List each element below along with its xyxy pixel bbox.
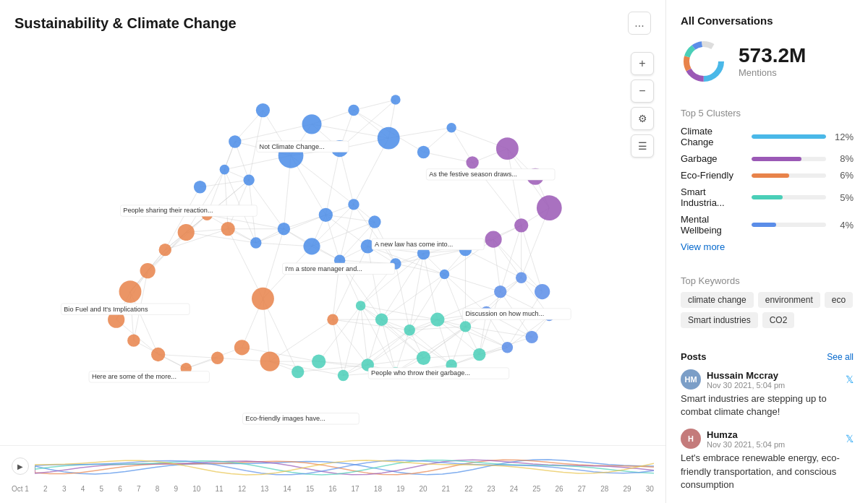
timeline-label: 8	[156, 485, 160, 493]
svg-point-273	[356, 301, 366, 311]
timeline-label: 23	[488, 485, 495, 493]
cluster-row: Eco-Friendly 6%	[681, 170, 854, 181]
timeline-label: 22	[464, 485, 472, 493]
avatar: HM	[681, 369, 701, 390]
cluster-row: Garbage 8%	[681, 153, 854, 164]
timeline-label: 9	[174, 485, 178, 493]
post-text: Smart industries are stepping up to comb…	[681, 392, 854, 418]
timeline-label: 26	[555, 485, 563, 493]
svg-point-243	[250, 237, 261, 248]
header: Sustainability & Climate Change ...	[0, 0, 665, 40]
svg-point-220	[302, 114, 322, 134]
svg-point-281	[194, 181, 206, 193]
svg-point-275	[404, 324, 414, 335]
svg-point-271	[252, 288, 274, 310]
svg-line-7	[312, 124, 388, 138]
svg-line-60	[382, 274, 445, 319]
svg-line-181	[480, 292, 501, 355]
zoom-out-button[interactable]: −	[631, 79, 654, 103]
svg-line-62	[444, 274, 465, 326]
all-conversations-title: All Conversations	[681, 14, 854, 27]
svg-text:Here are some of the more...: Here are some of the more...	[92, 373, 176, 380]
svg-point-236	[440, 270, 450, 280]
svg-line-148	[319, 306, 361, 361]
cluster-name: Climate Change	[681, 126, 746, 147]
timeline-area: ▶ Oct 1234567891011121314151617181920212…	[0, 445, 665, 503]
posts-title: Posts	[681, 351, 706, 362]
timeline-label: 18	[374, 485, 382, 493]
avatar: H	[681, 429, 701, 449]
svg-line-25	[340, 149, 354, 205]
cluster-rows: Climate Change 12% Garbage 8% Eco-Friend…	[681, 126, 854, 236]
cluster-bar-bg	[752, 195, 826, 199]
cluster-row: Smart Industria... 5%	[681, 186, 854, 208]
svg-line-158	[367, 319, 381, 365]
mentions-info: 573.2M Mentions	[739, 46, 806, 78]
keyword-tag[interactable]: CO2	[762, 312, 795, 328]
svg-line-79	[326, 215, 367, 246]
graph-container: Not Climate Change...As the festive seas…	[0, 40, 665, 445]
svg-point-258	[312, 354, 326, 368]
settings-button[interactable]: ⚙	[631, 107, 654, 130]
zoom-in-button[interactable]: +	[631, 52, 654, 75]
svg-point-249	[119, 280, 142, 303]
svg-point-232	[537, 195, 562, 220]
timeline-label: 27	[578, 485, 586, 493]
svg-point-268	[535, 284, 550, 299]
filter-button[interactable]: ☰	[631, 134, 654, 158]
svg-line-27	[354, 138, 388, 205]
svg-point-265	[502, 342, 513, 353]
timeline-label: Oct 1	[12, 485, 29, 493]
mentions-count: 573.2M	[739, 46, 806, 66]
play-button[interactable]: ▶	[12, 457, 29, 475]
svg-point-244	[221, 222, 235, 236]
post-text: Let's embrace renewable energy, eco-frie…	[681, 452, 854, 491]
clusters-title: Top 5 Clusters	[681, 108, 854, 119]
keyword-tag[interactable]: climate change	[681, 292, 754, 308]
post-info: Humza Nov 30 2021, 5:04 pm	[707, 429, 840, 449]
svg-line-157	[361, 306, 368, 365]
svg-point-248	[140, 263, 156, 278]
svg-line-108	[165, 229, 228, 250]
keyword-tag[interactable]: eco	[825, 292, 853, 308]
svg-point-254	[211, 352, 224, 364]
svg-line-118	[130, 233, 186, 292]
cluster-bar-fill	[752, 134, 826, 139]
svg-point-227	[417, 146, 430, 158]
svg-point-256	[260, 352, 280, 371]
svg-line-110	[228, 180, 249, 229]
controls-panel: + − ⚙ ☰	[631, 52, 654, 158]
svg-line-54	[465, 250, 521, 278]
timeline-label: 13	[260, 485, 268, 493]
svg-text:A new law has come into...: A new law has come into...	[375, 241, 453, 248]
svg-text:People sharing their reaction.: People sharing their reaction...	[123, 207, 213, 214]
see-all-link[interactable]: See all	[827, 352, 854, 362]
svg-line-73	[396, 264, 409, 330]
svg-point-262	[417, 351, 430, 365]
svg-point-222	[348, 105, 359, 116]
timeline-track[interactable]	[35, 452, 654, 481]
post-item: H Humza Nov 30 2021, 5:04 pm 𝕏 Let's emb…	[681, 429, 854, 491]
timeline-label: 3	[62, 485, 67, 493]
cluster-pct: 6%	[832, 170, 854, 181]
menu-button[interactable]: ...	[628, 12, 651, 35]
timeline-svg	[35, 452, 654, 481]
post-info: Hussain Mccray Nov 30 2021, 5:04 pm	[707, 370, 840, 390]
svg-line-178	[451, 327, 465, 365]
post-meta: H Humza Nov 30 2021, 5:04 pm 𝕏	[681, 429, 854, 449]
timeline-label: 19	[396, 485, 404, 493]
keyword-tag[interactable]: Smart industries	[681, 312, 758, 328]
cluster-row: Mental Wellbeing 4%	[681, 214, 854, 236]
timeline-label: 16	[328, 485, 336, 493]
svg-point-230	[496, 137, 519, 160]
svg-line-52	[424, 250, 466, 254]
twitter-icon: 𝕏	[846, 433, 854, 444]
svg-line-120	[186, 170, 224, 233]
view-more-button[interactable]: View more	[681, 241, 854, 252]
clusters-section: Top 5 Clusters Climate Change 12% Garbag…	[681, 108, 854, 252]
keyword-tag[interactable]: environment	[758, 292, 820, 308]
cluster-bar-fill	[752, 195, 783, 199]
svg-text:I'm a store manager and...: I'm a store manager and...	[285, 265, 362, 272]
svg-point-252	[151, 348, 165, 361]
timeline-label: 25	[532, 485, 540, 493]
